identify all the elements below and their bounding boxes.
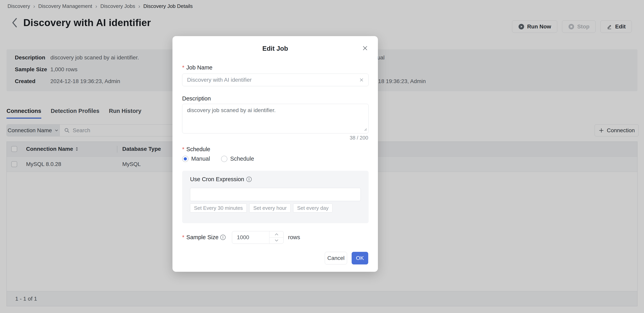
cron-label-text: Use Cron Expression — [190, 176, 244, 183]
sample-size-field — [232, 231, 284, 244]
clear-input-icon[interactable] — [359, 77, 364, 82]
job-name-input[interactable] — [182, 77, 359, 83]
job-name-label-text: Job Name — [186, 64, 212, 71]
sample-size-unit: rows — [288, 234, 300, 241]
preset-every-day-button[interactable]: Set every day — [293, 204, 332, 213]
radio-manual[interactable]: Manual — [182, 156, 210, 162]
number-stepper — [269, 231, 284, 244]
job-name-label: * Job Name — [182, 64, 212, 71]
description-field: discovery job scaned by ai identifier. — [182, 104, 368, 133]
schedule-label-text: Schedule — [186, 146, 210, 153]
info-icon[interactable] — [220, 235, 226, 240]
sample-size-field-label: * Sample Size — [182, 234, 226, 241]
cron-presets: Set Every 30 minutes Set every hour Set … — [190, 204, 332, 213]
required-asterisk: * — [182, 146, 184, 153]
preset-every-30-minutes-button[interactable]: Set Every 30 minutes — [190, 204, 247, 213]
sample-size-label-text: Sample Size — [186, 234, 218, 241]
radio-manual-label: Manual — [191, 156, 210, 162]
stepper-down-button[interactable] — [270, 238, 284, 244]
radio-schedule-circle[interactable] — [221, 156, 228, 162]
required-asterisk: * — [182, 234, 184, 241]
radio-manual-circle[interactable] — [182, 156, 188, 162]
cron-expression-field — [190, 188, 361, 201]
schedule-radio-group: Manual Schedule — [182, 156, 254, 162]
modal-footer: Cancel OK — [325, 252, 368, 265]
modal-title: Edit Job — [172, 45, 378, 52]
job-name-field — [182, 74, 368, 86]
schedule-field-label: * Schedule — [182, 146, 210, 153]
description-field-label: Description — [182, 95, 211, 102]
cron-expression-label: Use Cron Expression — [190, 176, 252, 183]
preset-every-hour-button[interactable]: Set every hour — [249, 204, 290, 213]
sample-size-input[interactable] — [232, 231, 269, 244]
description-label-text: Description — [182, 95, 211, 102]
stepper-up-button[interactable] — [270, 231, 284, 238]
required-asterisk: * — [182, 64, 184, 71]
ok-button[interactable]: OK — [352, 252, 368, 265]
cancel-button[interactable]: Cancel — [325, 252, 347, 265]
char-counter: 38 / 200 — [350, 135, 368, 141]
cron-panel: Use Cron Expression Set Every 30 minutes… — [182, 171, 368, 223]
cron-expression-input[interactable] — [190, 188, 360, 201]
radio-schedule[interactable]: Schedule — [221, 156, 254, 162]
info-icon[interactable] — [246, 176, 252, 182]
edit-job-modal: Edit Job * Job Name Description discover… — [172, 36, 378, 272]
description-textarea[interactable]: discovery job scaned by ai identifier. — [182, 104, 368, 133]
close-icon[interactable] — [361, 44, 369, 52]
radio-schedule-label: Schedule — [230, 156, 254, 162]
